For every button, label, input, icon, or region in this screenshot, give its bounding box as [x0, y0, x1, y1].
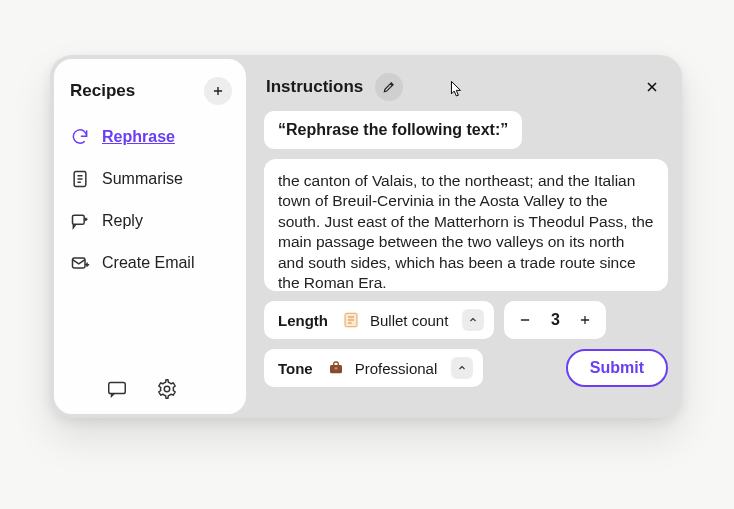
controls-row-1: Length Bullet count 3: [264, 301, 668, 339]
tone-control[interactable]: Tone Professional: [264, 349, 483, 387]
add-recipe-button[interactable]: [204, 77, 232, 105]
recipe-list: Rephrase Summarise Reply Create Email: [64, 119, 236, 281]
svg-rect-1: [73, 215, 85, 224]
tone-toggle[interactable]: [451, 357, 473, 379]
plus-icon: [211, 84, 225, 98]
increment-button[interactable]: [572, 307, 598, 333]
reply-icon: [70, 211, 90, 231]
prompt-chip: “Rephrase the following text:”: [264, 111, 522, 149]
sidebar-item-create-email[interactable]: Create Email: [64, 245, 236, 281]
sidebar-item-summarise[interactable]: Summarise: [64, 161, 236, 197]
refresh-icon: [70, 127, 90, 147]
bullet-count-value: 3: [546, 311, 564, 329]
plus-icon: [578, 313, 592, 327]
svg-rect-7: [334, 367, 337, 369]
sidebar-item-label: Create Email: [102, 254, 194, 272]
minus-icon: [518, 313, 532, 327]
edit-instructions-button[interactable]: [375, 73, 403, 101]
sidebar-item-reply[interactable]: Reply: [64, 203, 236, 239]
bullet-count-stepper: 3: [504, 301, 606, 339]
length-control[interactable]: Length Bullet count: [264, 301, 494, 339]
list-icon: [342, 311, 360, 329]
sidebar-item-rephrase[interactable]: Rephrase: [64, 119, 236, 155]
close-button[interactable]: [638, 73, 666, 101]
length-mode-toggle[interactable]: [462, 309, 484, 331]
sidebar-item-label: Reply: [102, 212, 143, 230]
chevron-up-icon: [456, 362, 468, 374]
mail-icon: [70, 253, 90, 273]
app-window: Recipes Rephrase Summarise Reply Create …: [50, 55, 682, 418]
svg-point-4: [164, 386, 170, 392]
sidebar-item-label: Summarise: [102, 170, 183, 188]
tone-label: Tone: [278, 360, 313, 377]
decrement-button[interactable]: [512, 307, 538, 333]
controls-row-2: Tone Professional Submit: [264, 349, 668, 387]
settings-button[interactable]: [156, 378, 178, 400]
close-icon: [644, 79, 660, 95]
main-header: Instructions: [264, 69, 668, 111]
sidebar-header: Recipes: [64, 73, 236, 119]
pencil-icon: [382, 80, 396, 94]
sidebar-item-label: Rephrase: [102, 128, 175, 146]
tone-value: Professional: [355, 360, 438, 377]
sidebar: Recipes Rephrase Summarise Reply Create …: [54, 59, 246, 414]
length-mode-value: Bullet count: [370, 312, 448, 329]
doc-lines-icon: [70, 169, 90, 189]
submit-button[interactable]: Submit: [566, 349, 668, 387]
briefcase-icon: [327, 359, 345, 377]
page-title: Instructions: [266, 77, 363, 97]
source-text-input[interactable]: the canton of Valais, to the northeast; …: [264, 159, 668, 291]
length-label: Length: [278, 312, 328, 329]
sidebar-title: Recipes: [70, 81, 135, 101]
main-panel: Instructions “Rephrase the following tex…: [250, 55, 682, 418]
sidebar-footer: [64, 370, 236, 404]
chevron-up-icon: [467, 314, 479, 326]
feedback-button[interactable]: [106, 378, 128, 400]
